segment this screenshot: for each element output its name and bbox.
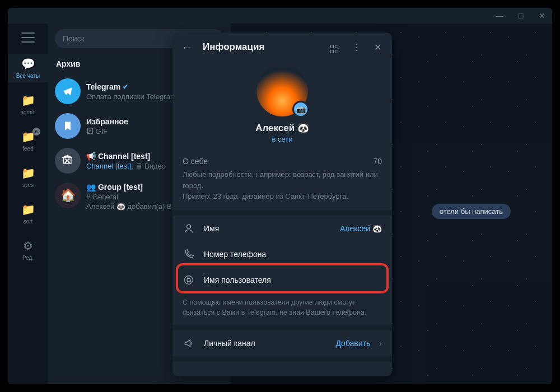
username-row[interactable]: Имя пользователя	[172, 267, 392, 293]
avatar: 🏚	[55, 148, 81, 174]
folder-label: svcs	[22, 182, 34, 188]
folder-edit-button[interactable]: ⚙ Ред.	[8, 236, 48, 264]
separator	[172, 325, 392, 330]
folder-icon: 📁	[21, 166, 35, 180]
folder-feed[interactable]: 📁 6 feed	[8, 127, 48, 155]
avatar: 🏠	[55, 183, 81, 208]
profile-name: Алексей 🐼	[255, 122, 309, 134]
folder-label: Ред.	[22, 255, 34, 261]
bio-label: О себе	[183, 157, 208, 166]
compose-hint: отели бы написать	[432, 204, 511, 219]
person-icon	[183, 223, 195, 234]
close-panel-button[interactable]: ✕	[372, 42, 383, 53]
hamburger-icon	[21, 32, 35, 43]
folder-rail: 💬 Все чаты 📁 admin 📁 6 feed 📁 svcs 📁 sor…	[8, 24, 48, 384]
minimize-button[interactable]: —	[494, 11, 505, 20]
row-label: Имя пользователя	[204, 276, 382, 284]
camera-icon: 📷	[296, 105, 306, 114]
verified-icon: ✔	[123, 83, 128, 91]
phone-icon	[183, 249, 195, 260]
folder-label: sort	[24, 218, 33, 225]
close-window-button[interactable]: ✕	[536, 11, 548, 20]
qr-button[interactable]	[329, 40, 340, 54]
settings-icon: ⚙	[23, 239, 33, 253]
chat-title: Telegram	[86, 82, 120, 91]
more-button[interactable]: ⋮	[351, 42, 362, 53]
folder-admin[interactable]: 📁 admin	[8, 90, 48, 119]
folder-svcs[interactable]: 📁 svcs	[8, 163, 48, 192]
at-icon	[183, 274, 195, 286]
svg-point-0	[187, 225, 191, 228]
info-panel: ← Информация ⋮ ✕ 📷 Алексей 🐼 в сети О се…	[172, 32, 392, 376]
chat-preview: 🖥 Видео	[133, 162, 166, 170]
chevron-right-icon: ›	[379, 339, 382, 348]
unread-badge: 6	[32, 128, 40, 136]
folder-label: admin	[20, 109, 35, 115]
personal-channel-row[interactable]: Личный канал Добавить ›	[172, 330, 392, 356]
row-label: Имя	[204, 224, 331, 233]
change-photo-button[interactable]: 📷	[292, 101, 309, 118]
folder-label: feed	[22, 146, 33, 152]
megaphone-icon	[183, 338, 195, 349]
menu-button[interactable]	[8, 29, 48, 46]
folder-icon: 📁	[21, 203, 35, 216]
chat-sender: Channel [test]:	[86, 162, 133, 170]
maximize-button[interactable]: □	[515, 11, 526, 20]
titlebar: — □ ✕	[8, 8, 552, 24]
separator	[172, 356, 392, 362]
folder-label: Все чаты	[16, 73, 40, 79]
bio-hint: Любые подробности, например: возраст, ро…	[172, 169, 392, 210]
row-label: Номер телефона	[204, 250, 382, 259]
row-action: Добавить	[335, 339, 370, 348]
folder-sort[interactable]: 📁 sort	[8, 199, 48, 228]
row-label: Личный канал	[204, 339, 326, 348]
phone-row[interactable]: Номер телефона	[172, 241, 392, 267]
back-button[interactable]: ←	[181, 41, 193, 54]
panel-title: Информация	[203, 41, 319, 53]
avatar	[55, 78, 81, 104]
folder-icon: 📁	[21, 94, 35, 107]
avatar	[55, 113, 81, 139]
name-row[interactable]: Имя Алексей 🐼	[172, 216, 392, 241]
username-description: С помощью имени пользователя другие люди…	[172, 293, 392, 325]
svg-point-1	[187, 278, 190, 282]
row-value: Алексей 🐼	[340, 224, 382, 233]
profile-status: в сети	[272, 135, 292, 143]
profile-photo[interactable]: 📷	[256, 65, 308, 116]
separator	[172, 210, 392, 216]
chat-bubbles-icon: 💬	[21, 57, 35, 71]
bio-char-count: 70	[373, 157, 382, 166]
folder-all-chats[interactable]: 💬 Все чаты	[8, 54, 48, 82]
qr-icon	[330, 45, 339, 54]
